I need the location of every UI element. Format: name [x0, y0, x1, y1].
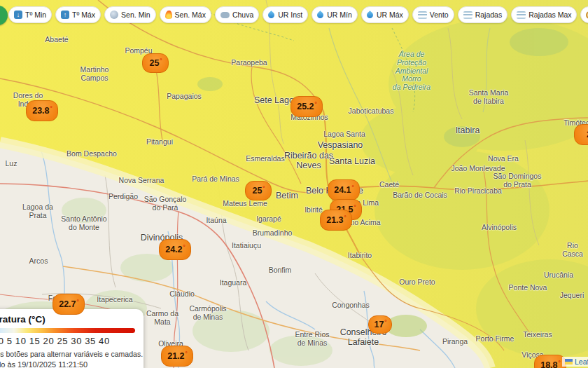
- degree-symbol: °: [344, 214, 346, 221]
- degree-symbol: °: [315, 101, 317, 107]
- droplet-icon: [267, 11, 276, 20]
- toolbar-button-ur-m-n[interactable]: UR Mín: [312, 6, 358, 23]
- toolbar-button-label: UR Máx: [377, 11, 403, 19]
- toolbar-button-sen-min[interactable]: Sen. Min: [104, 6, 155, 23]
- fire-icon: [165, 11, 172, 19]
- toolbar-buttons: ↓Tº Min↑Tº MáxSen. MinSen. MáxChuvaUR In…: [8, 6, 588, 23]
- rain-cloud-icon: [220, 12, 230, 18]
- toolbar-button-label: Sen. Máx: [175, 11, 206, 19]
- toolbar-button-ur-m-x[interactable]: UR Máx: [361, 6, 409, 23]
- temp-marker[interactable]: 21.3°: [320, 210, 352, 231]
- arrow-down-square-icon: ↓: [14, 11, 22, 19]
- degree-symbol: °: [352, 184, 354, 191]
- cold-icon: [110, 11, 118, 19]
- temp-value: 17: [374, 320, 384, 329]
- degree-symbol: °: [160, 57, 162, 64]
- toolbar-button-t-m-x[interactable]: ↑Tº Máx: [55, 6, 101, 23]
- attribution-link[interactable]: Leaflet: [575, 357, 588, 366]
- temp-value: 22.7: [59, 299, 76, 309]
- toolbar-button-label: Tº Min: [25, 11, 46, 19]
- wind-icon: [517, 11, 526, 19]
- degree-symbol: °: [354, 204, 356, 210]
- toolbar-button-vento[interactable]: Vento: [412, 6, 454, 23]
- toolbar-button-chuva[interactable]: Chuva: [215, 6, 259, 23]
- temp-marker[interactable]: 24.2°: [159, 239, 191, 260]
- temp-value: 25.2: [297, 102, 314, 111]
- degree-symbol: °: [559, 360, 561, 366]
- ukraine-flag-icon: [565, 359, 573, 364]
- weather-map-app: AbaetéPompéuMartinho CamposDores do Inda…: [0, 0, 588, 368]
- degree-symbol: °: [384, 319, 386, 325]
- temp-marker[interactable]: 21.2°: [161, 346, 193, 367]
- degree-symbol: °: [262, 185, 265, 191]
- wind-icon: [463, 11, 472, 19]
- temp-marker[interactable]: 23.8°: [26, 100, 58, 121]
- map-control-button[interactable]: [0, 6, 8, 25]
- droplet-icon: [365, 11, 374, 20]
- temp-marker[interactable]: 17°: [368, 315, 392, 334]
- toolbar-button-ur-inst[interactable]: UR Inst: [262, 6, 308, 23]
- temp-marker[interactable]: 25.2°: [290, 96, 323, 117]
- temp-value: 18.8: [540, 360, 557, 368]
- temp-marker[interactable]: 24.1°: [328, 179, 360, 200]
- toolbar-button-label: Vento: [430, 11, 449, 19]
- toolbar: ↓Tº Min↑Tº MáxSen. MinSen. MáxChuvaUR In…: [0, 0, 588, 28]
- temp-marker[interactable]: 22.7°: [52, 294, 85, 315]
- toolbar-button-label: UR Inst: [278, 11, 302, 19]
- temp-markers: 25°23.8°25.2°25°24.1°21.5°21.3°24.2°22.7…: [0, 0, 588, 368]
- map-attribution[interactable]: Leaflet: [562, 357, 588, 367]
- wind-icon: [418, 11, 427, 19]
- temp-marker[interactable]: 2°: [574, 124, 588, 145]
- temp-marker[interactable]: 25°: [245, 181, 272, 200]
- temp-marker[interactable]: 25°: [142, 53, 169, 73]
- toolbar-button-rajadas-max[interactable]: Rajadas Max: [511, 6, 577, 23]
- temp-value: 25: [149, 58, 159, 68]
- temp-value: 23.8: [32, 106, 49, 116]
- degree-symbol: °: [77, 299, 79, 305]
- temp-value: 21.2: [167, 351, 184, 361]
- degree-symbol: °: [183, 244, 186, 250]
- toolbar-button-t-min[interactable]: ↓Tº Min: [8, 6, 52, 23]
- toolbar-button-label: Tº Máx: [72, 11, 95, 19]
- toolbar-button-label: Chuva: [232, 11, 253, 19]
- toolbar-button-press-o[interactable]: Pressão: [580, 6, 588, 23]
- temp-value: 24.1: [334, 185, 351, 195]
- temp-value: 25: [252, 186, 262, 196]
- toolbar-button-rajadas[interactable]: Rajadas: [458, 6, 508, 23]
- droplet-icon: [316, 11, 325, 20]
- toolbar-button-sen-m-x[interactable]: Sen. Máx: [160, 6, 211, 23]
- toolbar-button-label: Sen. Min: [121, 11, 150, 19]
- temp-value: 21.3: [326, 215, 343, 225]
- toolbar-button-label: UR Mín: [327, 11, 352, 19]
- toolbar-button-label: Rajadas: [475, 11, 503, 19]
- temp-value: 24.2: [165, 245, 182, 254]
- degree-symbol: °: [186, 350, 188, 357]
- arrow-up-square-icon: ↑: [61, 11, 69, 19]
- degree-symbol: °: [50, 105, 52, 111]
- toolbar-button-label: Rajadas Max: [528, 11, 571, 19]
